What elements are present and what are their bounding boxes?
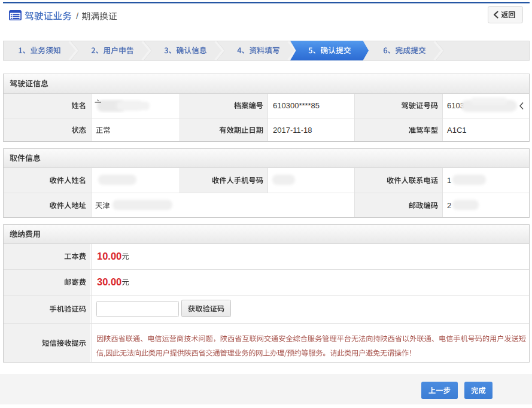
svg-text:2017-11-18: 2017-11-18 xyxy=(273,126,312,135)
svg-text:2: 2 xyxy=(447,201,451,210)
svg-text:/: / xyxy=(76,11,79,21)
svg-text:610300****85: 610300****85 xyxy=(273,101,320,110)
svg-text:10.00: 10.00 xyxy=(97,251,121,261)
svg-text:1: 1 xyxy=(447,176,451,185)
svg-text:A1C1: A1C1 xyxy=(447,126,467,135)
svg-text:30.00: 30.00 xyxy=(97,276,121,287)
